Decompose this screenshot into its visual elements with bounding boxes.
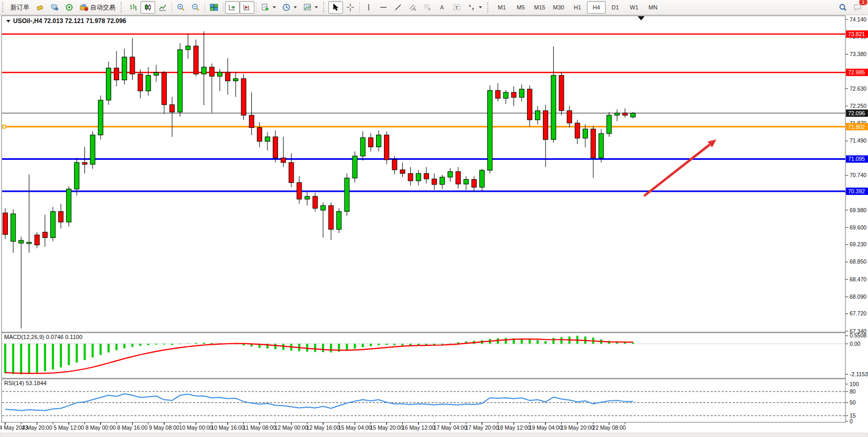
price-axis-tick-label: 69.980 — [850, 207, 866, 213]
macd-histogram-bar — [12, 344, 14, 374]
line-chart-mode-button[interactable] — [155, 1, 170, 14]
candle-body — [209, 67, 214, 76]
macd-histogram-bar — [314, 344, 316, 352]
fibonacci-tool-button[interactable]: F — [420, 1, 435, 14]
symbol-dropdown-icon[interactable] — [6, 20, 10, 23]
horizontal-line-icon — [379, 3, 388, 12]
chart-canvas[interactable]: 74.14073.76073.38073.00072.63072.25071.8… — [0, 0, 868, 437]
toolbar-grip — [121, 2, 124, 13]
price-axis-tick-label: 73.380 — [850, 51, 866, 57]
timeframe-button-m30[interactable]: M30 — [549, 1, 568, 14]
signals-button[interactable] — [62, 1, 77, 14]
cursor-tool-button[interactable] — [328, 1, 343, 14]
timeframe-button-m15[interactable]: M15 — [530, 1, 549, 14]
horizontal-line-tool-button[interactable] — [376, 1, 391, 14]
periods-button[interactable] — [279, 1, 300, 14]
candle-body — [519, 89, 524, 97]
candle-body — [218, 72, 222, 77]
fibonacci-icon: F — [423, 3, 432, 12]
time-axis-label: 11 May 08:00 — [243, 424, 276, 431]
candle-body — [368, 138, 373, 147]
terminal-icon — [50, 3, 59, 12]
history-center-button[interactable] — [33, 1, 47, 14]
text-tool-button[interactable]: A — [435, 1, 449, 14]
price-axis-tick-label: 68.850 — [850, 258, 866, 265]
label-tool-button[interactable]: T — [449, 1, 464, 14]
search-button[interactable] — [835, 1, 850, 14]
terminal-button[interactable] — [47, 1, 62, 14]
toolbar-separator — [359, 2, 360, 13]
timeframe-button-w1[interactable]: W1 — [625, 1, 644, 14]
text-icon: A — [438, 3, 446, 12]
candle-body — [90, 135, 95, 165]
candle-body — [170, 105, 175, 112]
new-order-label: 新订单 — [10, 3, 29, 12]
macd-histogram-bar — [402, 344, 404, 345]
candle-body — [527, 89, 532, 120]
price-badge-label: 71.802 — [848, 124, 865, 130]
price-badge-label: 71.095 — [848, 156, 865, 162]
tile-windows-button[interactable] — [207, 1, 221, 14]
candle-body — [74, 162, 79, 189]
candle-body — [257, 128, 262, 141]
timeframe-button-h1[interactable]: H1 — [568, 1, 587, 14]
macd-histogram-bar — [44, 344, 46, 371]
candle-body — [249, 115, 254, 128]
notification-count-badge: 1 — [859, 0, 867, 5]
macd-histogram-bar — [171, 344, 173, 345]
candle-body — [377, 135, 381, 147]
arrows-tool-button[interactable] — [464, 1, 485, 14]
toolbar-grip — [487, 2, 491, 13]
candlestick-icon — [144, 3, 152, 12]
candle-body — [201, 67, 206, 74]
timeframe-button-m1[interactable]: M1 — [492, 1, 511, 14]
macd-histogram-bar — [544, 341, 546, 344]
candle-body — [194, 46, 198, 74]
auto-scroll-button[interactable] — [225, 1, 240, 14]
toolbar-separator — [256, 2, 256, 13]
main-chart-panel — [2, 16, 845, 332]
channel-tool-button[interactable]: E — [405, 1, 420, 14]
candle-body — [67, 189, 71, 222]
macd-histogram-bar — [20, 344, 22, 374]
candle-body — [138, 74, 143, 91]
candle-body — [543, 111, 548, 139]
timeframe-button-m5[interactable]: M5 — [511, 1, 530, 14]
vertical-line-tool-button[interactable] — [361, 1, 376, 14]
macd-histogram-bar — [123, 344, 125, 348]
price-axis-tick-label: 67.720 — [850, 310, 866, 316]
bar-chart-mode-button[interactable] — [126, 1, 141, 14]
macd-indicator-label: MACD(12,26,9) 0.0746 0.1100 — [4, 334, 82, 340]
candle-body — [27, 242, 31, 244]
signals-icon — [65, 3, 73, 12]
candlestick-mode-button[interactable] — [141, 1, 155, 14]
candle-body — [591, 129, 596, 158]
timeframe-button-mn[interactable]: MN — [644, 1, 662, 14]
candle-body — [440, 177, 445, 184]
zoom-in-button[interactable] — [174, 1, 188, 14]
new-chart-button[interactable] — [258, 1, 279, 14]
time-axis-label: 19 May 04:00 — [529, 424, 562, 431]
zoom-out-button[interactable] — [188, 1, 203, 14]
macd-histogram-bar — [163, 344, 165, 344]
notifications-button[interactable]: 1 — [850, 1, 865, 14]
trendline-tool-button[interactable] — [391, 1, 405, 14]
templates-button[interactable] — [300, 1, 321, 14]
candle-body — [186, 46, 190, 50]
new-order-button[interactable]: 新订单 — [7, 1, 33, 14]
chart-shift-button[interactable] — [240, 1, 254, 14]
dropdown-arrow-icon — [315, 6, 318, 8]
candle-body — [384, 135, 389, 160]
price-badge-label: 73.821 — [848, 31, 865, 37]
timeframe-button-h4[interactable]: H4 — [587, 1, 606, 14]
crosshair-tool-button[interactable] — [343, 1, 358, 14]
toolbar-grip — [323, 2, 327, 13]
candle-body — [345, 178, 349, 212]
macd-histogram-bar — [362, 344, 364, 347]
timeframe-button-d1[interactable]: D1 — [606, 1, 625, 14]
candle-body — [448, 172, 453, 177]
macd-histogram-bar — [537, 340, 539, 344]
auto-trading-button[interactable]: 自动交易 — [77, 1, 119, 14]
macd-histogram-bar — [100, 344, 102, 355]
candle-body — [297, 183, 302, 199]
